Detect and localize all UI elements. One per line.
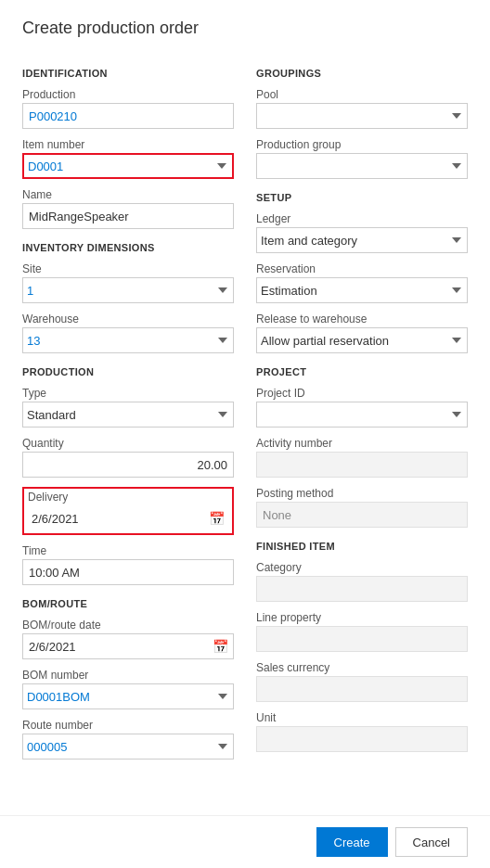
route-number-field: Route number 000005 xyxy=(22,719,234,760)
posting-method-value: None xyxy=(256,502,468,528)
warehouse-label: Warehouse xyxy=(22,313,234,326)
create-button[interactable]: Create xyxy=(316,827,388,857)
activity-number-value xyxy=(256,452,468,478)
production-input[interactable] xyxy=(22,103,234,129)
pool-field: Pool xyxy=(256,88,468,129)
groupings-section: GROUPINGS xyxy=(256,68,468,79)
sales-currency-label: Sales currency xyxy=(256,661,468,674)
bom-route-section: BOM/ROUTE xyxy=(22,598,234,609)
quantity-input[interactable] xyxy=(22,452,234,478)
type-label: Type xyxy=(22,387,234,400)
release-to-warehouse-select[interactable]: Allow partial reservation xyxy=(256,327,468,353)
bom-route-date-label: BOM/route date xyxy=(22,619,234,632)
production-section: PRODUCTION xyxy=(22,366,234,377)
sales-currency-field: Sales currency xyxy=(256,661,468,702)
project-id-field: Project ID xyxy=(256,387,468,428)
finished-item-section: FINISHED ITEM xyxy=(256,541,468,552)
unit-field: Unit xyxy=(256,711,468,752)
line-property-value xyxy=(256,626,468,652)
name-field: Name xyxy=(22,188,234,229)
project-id-label: Project ID xyxy=(256,387,468,400)
dialog-footer: Create Cancel xyxy=(0,815,490,868)
delivery-field: Delivery 📅 xyxy=(22,487,234,535)
pool-label: Pool xyxy=(256,88,468,101)
production-label: Production xyxy=(22,88,234,101)
production-group-select[interactable] xyxy=(256,153,468,179)
page-title: Create production order xyxy=(22,19,468,38)
sales-currency-value xyxy=(256,676,468,702)
time-input[interactable] xyxy=(22,559,234,585)
release-to-warehouse-field: Release to warehouse Allow partial reser… xyxy=(256,313,468,353)
setup-section: SETUP xyxy=(256,192,468,203)
time-label: Time xyxy=(22,544,234,557)
route-number-select[interactable]: 000005 xyxy=(22,734,234,760)
bom-route-date-field: BOM/route date 📅 xyxy=(22,619,234,659)
bom-number-label: BOM number xyxy=(22,669,234,682)
bom-number-select[interactable]: D0001BOM xyxy=(22,683,234,709)
type-select[interactable]: Standard xyxy=(22,402,234,428)
site-select[interactable]: 1 xyxy=(22,277,234,303)
ledger-field: Ledger Item and category xyxy=(256,212,468,253)
route-number-label: Route number xyxy=(22,719,234,732)
production-group-field: Production group xyxy=(256,138,468,179)
category-label: Category xyxy=(256,561,468,574)
posting-method-field: Posting method None xyxy=(256,487,468,528)
type-field: Type Standard xyxy=(22,387,234,428)
quantity-label: Quantity xyxy=(22,437,234,450)
name-label: Name xyxy=(22,188,234,201)
project-id-select[interactable] xyxy=(256,402,468,428)
production-field: Production xyxy=(22,88,234,129)
name-input[interactable] xyxy=(22,203,234,229)
production-group-label: Production group xyxy=(256,138,468,151)
release-to-warehouse-label: Release to warehouse xyxy=(256,313,468,326)
item-number-label: Item number xyxy=(22,138,234,151)
identification-section: IDENTIFICATION xyxy=(22,68,234,79)
activity-number-label: Activity number xyxy=(256,437,468,450)
pool-select[interactable] xyxy=(256,103,468,129)
item-number-field: Item number D0001 xyxy=(22,138,234,179)
site-label: Site xyxy=(22,262,234,275)
delivery-label: Delivery xyxy=(26,491,230,504)
category-value xyxy=(256,576,468,602)
bom-number-field: BOM number D0001BOM xyxy=(22,669,234,709)
time-field: Time xyxy=(22,544,234,585)
unit-value xyxy=(256,726,468,752)
ledger-select[interactable]: Item and category xyxy=(256,227,468,253)
delivery-input[interactable] xyxy=(26,505,230,531)
line-property-field: Line property xyxy=(256,611,468,652)
ledger-label: Ledger xyxy=(256,212,468,225)
inventory-dimensions-section: INVENTORY DIMENSIONS xyxy=(22,242,234,253)
reservation-field: Reservation Estimation xyxy=(256,262,468,303)
cancel-button[interactable]: Cancel xyxy=(395,827,468,857)
quantity-field: Quantity xyxy=(22,437,234,478)
project-section: PROJECT xyxy=(256,366,468,377)
site-field: Site 1 xyxy=(22,262,234,303)
category-field: Category xyxy=(256,561,468,602)
posting-method-label: Posting method xyxy=(256,487,468,500)
warehouse-select[interactable]: 13 xyxy=(22,327,234,353)
reservation-label: Reservation xyxy=(256,262,468,275)
unit-label: Unit xyxy=(256,711,468,724)
warehouse-field: Warehouse 13 xyxy=(22,313,234,353)
line-property-label: Line property xyxy=(256,611,468,624)
reservation-select[interactable]: Estimation xyxy=(256,277,468,303)
item-number-select[interactable]: D0001 xyxy=(22,153,234,179)
bom-route-date-input[interactable] xyxy=(22,633,234,659)
activity-number-field: Activity number xyxy=(256,437,468,478)
